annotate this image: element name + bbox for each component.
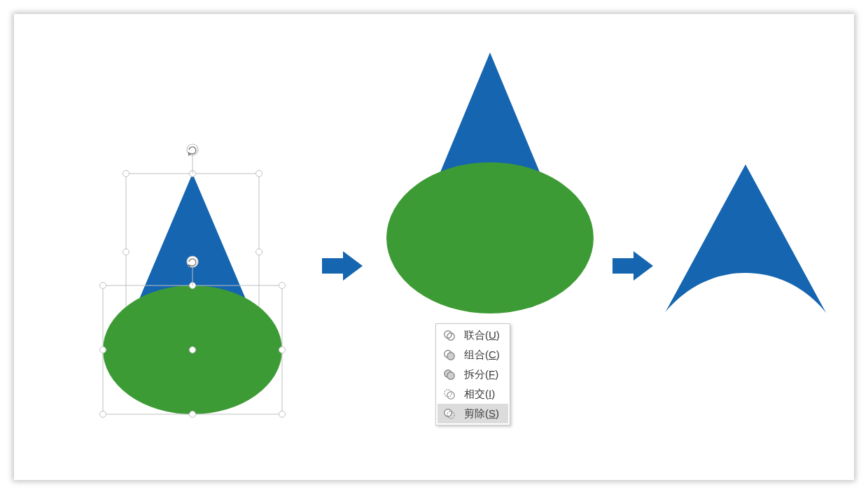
svg-point-15 [100, 283, 106, 289]
svg-point-19 [190, 347, 196, 353]
menu-label: 组合 [464, 348, 485, 360]
intersect-icon [442, 386, 457, 402]
svg-point-29 [386, 162, 594, 313]
svg-point-6 [256, 249, 262, 255]
svg-point-22 [190, 411, 196, 418]
menu-label: 拆分 [464, 368, 485, 380]
svg-point-5 [123, 249, 130, 255]
svg-point-4 [256, 171, 262, 177]
subtract-icon [442, 406, 457, 421]
svg-point-21 [100, 411, 106, 418]
svg-point-34 [447, 353, 454, 360]
menu-label: 联合 [464, 329, 485, 341]
diagram-canvas: 联合(U) 组合(C) 拆分(F) 相交(I) 剪除(S) [14, 14, 854, 480]
merge-shapes-menu[interactable]: 联合(U) 组合(C) 拆分(F) 相交(I) 剪除(S) [435, 323, 510, 425]
svg-point-38 [447, 392, 454, 399]
fragment-icon [442, 367, 457, 382]
menu-item-fragment[interactable]: 拆分(F) [438, 365, 508, 384]
svg-point-23 [279, 411, 286, 418]
menu-item-intersect[interactable]: 相交(I) [438, 384, 508, 404]
svg-point-17 [279, 283, 286, 289]
union-icon [442, 327, 457, 343]
svg-point-20 [279, 347, 286, 353]
menu-label: 剪除 [464, 407, 485, 419]
menu-label: 相交 [464, 388, 485, 400]
arrow-1 [322, 248, 364, 283]
svg-marker-30 [612, 251, 653, 281]
step-1-shapes[interactable] [91, 133, 294, 427]
arrow-2 [612, 248, 654, 283]
step-2-shapes [378, 45, 602, 318]
menu-item-union[interactable]: 联合(U) [438, 325, 508, 345]
menu-item-subtract[interactable]: 剪除(S) [438, 404, 508, 423]
svg-point-18 [100, 347, 106, 353]
svg-marker-27 [322, 251, 363, 281]
step-3-result [654, 164, 836, 325]
svg-point-2 [123, 171, 130, 177]
menu-item-combine[interactable]: 组合(C) [438, 345, 508, 365]
svg-point-36 [447, 372, 454, 379]
combine-icon [442, 347, 457, 362]
